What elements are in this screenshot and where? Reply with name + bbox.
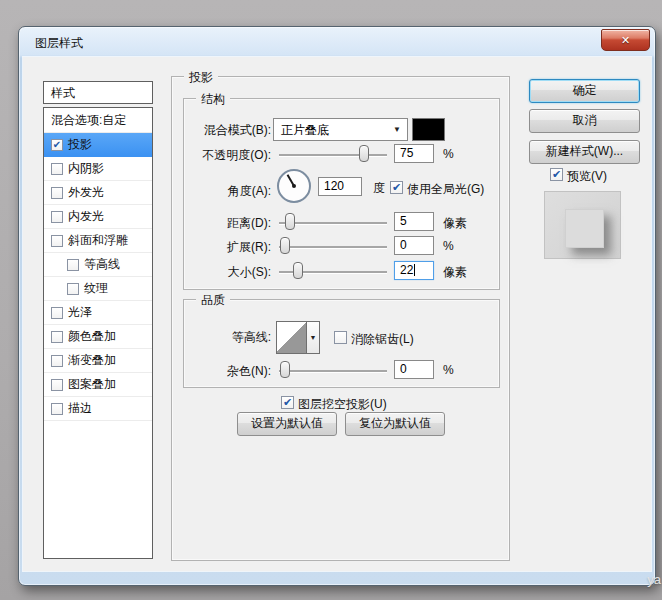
check-icon: ✔ [552,168,561,180]
slider-track [279,246,387,248]
satin-checkbox[interactable] [51,307,63,319]
shadow-color-swatch[interactable] [412,118,445,141]
drop-shadow-checkbox[interactable]: ✔ [51,139,63,151]
slider-thumb[interactable] [280,237,290,254]
chevron-down-icon: ▼ [310,334,317,341]
size-slider[interactable] [279,261,387,281]
spread-input[interactable]: 0 [394,236,434,255]
size-input[interactable]: 22 [394,261,434,280]
angle-unit: 度 [373,180,385,197]
desktop-background: 图层样式 ✕ 样式 混合选项:自定 ✔ 投影 内阴影 [0,0,662,600]
noise-unit: % [443,363,454,377]
slider-thumb[interactable] [359,145,369,162]
structure-group-legend: 结构 [196,91,230,108]
size-label: 大小(S): [151,264,271,281]
sidebar-item-outer-glow[interactable]: 外发光 [44,181,152,205]
close-button[interactable]: ✕ [601,29,650,51]
preview-checkbox[interactable]: ✔ [550,168,563,181]
sidebar-item-drop-shadow[interactable]: ✔ 投影 [44,133,152,157]
opacity-input[interactable]: 75 [394,144,434,163]
sidebar-item-gradient-overlay[interactable]: 渐变叠加 [44,349,152,373]
spread-unit: % [443,239,454,253]
sidebar-item-pattern-overlay[interactable]: 图案叠加 [44,373,152,397]
sidebar-item-label: 内发光 [68,208,104,225]
styles-list: 混合选项:自定 ✔ 投影 内阴影 外发光 内发光 [43,107,153,559]
layer-style-dialog: 图层样式 ✕ 样式 混合选项:自定 ✔ 投影 内阴影 [18,26,656,586]
blend-mode-value: 正片叠底 [281,122,329,139]
anti-alias-checkbox[interactable] [334,331,347,344]
set-default-button[interactable]: 设置为默认值 [237,412,337,436]
noise-input[interactable]: 0 [394,360,434,379]
color-overlay-checkbox[interactable] [51,331,63,343]
new-style-button[interactable]: 新建样式(W)... [529,140,640,164]
sidebar-item-contour[interactable]: 等高线 [44,253,152,277]
slider-track [279,222,387,224]
pattern-overlay-checkbox[interactable] [51,379,63,391]
check-icon: ✔ [283,396,292,408]
blend-mode-label: 混合模式(B): [151,122,271,139]
sidebar-item-label: 混合选项:自定 [51,112,126,129]
spread-label: 扩展(R): [151,239,271,256]
sidebar-item-satin[interactable]: 光泽 [44,301,152,325]
layer-knockout-checkbox[interactable]: ✔ [281,396,294,409]
sidebar-item-inner-glow[interactable]: 内发光 [44,205,152,229]
sidebar-item-blend-options[interactable]: 混合选项:自定 [44,109,152,133]
sidebar-item-texture[interactable]: 纹理 [44,277,152,301]
sidebar-item-stroke[interactable]: 描边 [44,397,152,421]
ok-button[interactable]: 确定 [529,79,640,103]
contour-dropdown-button[interactable]: ▼ [306,321,320,354]
gradient-overlay-checkbox[interactable] [51,355,63,367]
preview-shadow-square [565,209,604,248]
dialog-titlebar[interactable]: 图层样式 ✕ [19,27,655,57]
anti-alias-label: 消除锯齿(L) [351,331,414,348]
drop-shadow-group-legend: 投影 [184,69,218,86]
sidebar-item-label: 纹理 [84,280,108,297]
slider-thumb[interactable] [285,213,295,230]
contour-checkbox[interactable] [67,259,79,271]
angle-hub [292,184,296,188]
sidebar-item-label: 斜面和浮雕 [68,232,128,249]
opacity-unit: % [443,147,454,161]
contour-thumbnail[interactable] [276,321,307,354]
texture-checkbox[interactable] [67,283,79,295]
global-light-checkbox[interactable]: ✔ [390,181,403,194]
slider-thumb[interactable] [293,262,303,279]
stroke-checkbox[interactable] [51,403,63,415]
distance-slider[interactable] [279,212,387,232]
quality-group-legend: 品质 [196,292,230,309]
close-icon: ✕ [621,34,630,46]
angle-dial[interactable] [277,169,311,203]
noise-label: 杂色(N): [151,363,271,380]
angle-label: 角度(A): [151,183,271,200]
global-light-label: 使用全局光(G) [407,181,484,198]
opacity-slider[interactable] [279,144,387,164]
sidebar-item-label: 渐变叠加 [68,352,116,369]
distance-input[interactable]: 5 [394,212,434,231]
sidebar-item-color-overlay[interactable]: 颜色叠加 [44,325,152,349]
sidebar-item-label: 投影 [68,136,92,153]
cancel-button[interactable]: 取消 [529,109,640,133]
inner-glow-checkbox[interactable] [51,211,63,223]
sidebar-item-label: 光泽 [68,304,92,321]
bevel-emboss-checkbox[interactable] [51,235,63,247]
outer-glow-checkbox[interactable] [51,187,63,199]
preview-label: 预览(V) [567,168,607,185]
slider-track [279,370,387,372]
distance-label: 距离(D): [151,215,271,232]
angle-input[interactable]: 120 [318,177,362,196]
sidebar-item-label: 内阴影 [68,160,104,177]
sidebar-item-bevel-emboss[interactable]: 斜面和浮雕 [44,229,152,253]
layer-knockout-label: 图层挖空投影(U) [298,396,387,413]
check-icon: ✔ [53,139,61,150]
dialog-title: 图层样式 [35,35,83,52]
blend-mode-select[interactable]: 正片叠底 ▼ [273,118,408,141]
check-icon: ✔ [392,181,401,193]
watermark-text: ya [647,572,661,587]
sidebar-item-label: 图案叠加 [68,376,116,393]
slider-thumb[interactable] [280,361,290,378]
inner-shadow-checkbox[interactable] [51,163,63,175]
noise-slider[interactable] [279,360,387,380]
reset-default-button[interactable]: 复位为默认值 [345,412,445,436]
sidebar-item-inner-shadow[interactable]: 内阴影 [44,157,152,181]
spread-slider[interactable] [279,236,387,256]
